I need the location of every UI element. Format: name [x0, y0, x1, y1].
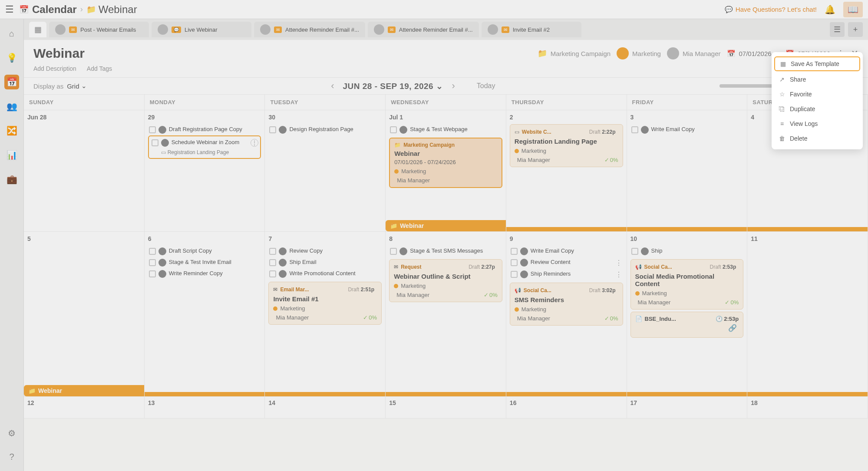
- checkbox[interactable]: [149, 248, 156, 255]
- menu-save-template[interactable]: ▦Save As Template: [774, 56, 860, 71]
- checkbox[interactable]: [390, 248, 397, 255]
- task-row[interactable]: Schedule Webinar in Zoom ⋮ ▭Registration…: [148, 135, 261, 159]
- shuffle-icon[interactable]: 🔀: [4, 123, 19, 138]
- menu-favorite[interactable]: ☆Favorite: [772, 87, 863, 102]
- task-row[interactable]: Draft Registration Page Copy: [148, 124, 261, 135]
- list-icon[interactable]: ☰: [830, 22, 845, 37]
- checkbox[interactable]: [631, 248, 638, 255]
- hamburger-icon[interactable]: ☰: [5, 4, 14, 15]
- task-card[interactable]: 📢Social Ca...Draft 3:02p SMS Reminders M…: [510, 283, 623, 326]
- checkbox[interactable]: [149, 259, 156, 266]
- day-cell[interactable]: 3 Write Email Copy: [627, 110, 748, 232]
- checkbox[interactable]: [152, 139, 158, 146]
- team-pill[interactable]: Marketing: [617, 47, 661, 59]
- checkbox[interactable]: [149, 270, 156, 277]
- bulb-icon[interactable]: 💡: [4, 50, 19, 65]
- checkbox[interactable]: [269, 248, 276, 255]
- task-row[interactable]: Review Copy: [268, 246, 382, 257]
- day-cell[interactable]: Jun 28: [24, 110, 145, 232]
- add-description-link[interactable]: Add Description: [33, 65, 76, 72]
- add-tab-icon[interactable]: +: [848, 22, 863, 37]
- more-icon[interactable]: ⋮: [251, 139, 258, 147]
- day-cell[interactable]: 9 Write Email Copy Review Content⋮ Ship …: [506, 232, 627, 397]
- task-row[interactable]: Stage & Test SMS Messages: [389, 246, 502, 257]
- next-arrow-icon[interactable]: ›: [452, 80, 455, 92]
- webinar-strip[interactable]: [506, 227, 627, 231]
- webinar-strip[interactable]: [747, 392, 868, 396]
- webinar-strip[interactable]: [627, 392, 747, 396]
- breadcrumb-main[interactable]: Calendar: [32, 3, 77, 16]
- checkbox[interactable]: [269, 126, 276, 133]
- analytics-icon[interactable]: 📊: [4, 148, 19, 162]
- breadcrumb-sub[interactable]: Webinar: [99, 3, 137, 16]
- task-row[interactable]: Ship: [630, 246, 744, 257]
- webinar-strip[interactable]: 📁Webinar: [386, 220, 506, 231]
- task-row[interactable]: Stage & Test Webpage: [389, 124, 502, 135]
- checkbox[interactable]: [149, 126, 156, 133]
- task-row[interactable]: Write Promotional Content: [268, 268, 382, 280]
- people-icon[interactable]: 👥: [4, 99, 19, 114]
- campaign-pill[interactable]: 📁Marketing Campaign: [538, 49, 611, 58]
- webinar-strip[interactable]: [506, 392, 627, 396]
- day-cell[interactable]: 16: [506, 397, 627, 418]
- tab-calendar-icon[interactable]: ▦: [29, 22, 46, 37]
- campaign-card[interactable]: 📁Marketing Campaign Webinar 07/01/2026 -…: [389, 138, 502, 188]
- tab-0[interactable]: ✉Post - Webinar Emails: [49, 22, 149, 37]
- day-cell[interactable]: 17: [627, 397, 748, 418]
- task-row[interactable]: Draft Script Copy: [148, 246, 261, 257]
- help-icon[interactable]: ?: [4, 449, 19, 464]
- day-cell[interactable]: 11: [747, 232, 868, 397]
- task-row[interactable]: Ship Reminders⋮: [510, 269, 623, 280]
- bell-icon[interactable]: 🔔: [825, 4, 835, 15]
- date-start[interactable]: 📅07/01/2026: [727, 49, 772, 58]
- checkbox[interactable]: [390, 126, 397, 133]
- checkbox[interactable]: [511, 259, 518, 266]
- day-cell[interactable]: 30 Design Registration Page: [265, 110, 386, 232]
- prev-arrow-icon[interactable]: ‹: [331, 80, 334, 92]
- checkbox[interactable]: [269, 259, 276, 266]
- checkbox[interactable]: [511, 248, 518, 255]
- calendar-nav-icon[interactable]: 📅: [4, 75, 19, 89]
- day-cell[interactable]: 12: [24, 397, 145, 418]
- display-value[interactable]: Grid ⌄: [67, 82, 86, 90]
- day-cell[interactable]: 15: [386, 397, 506, 418]
- task-row[interactable]: Write Email Copy: [630, 124, 744, 135]
- home-icon[interactable]: ⌂: [4, 26, 19, 41]
- task-row[interactable]: Review Content⋮: [510, 257, 623, 269]
- webinar-strip[interactable]: [386, 392, 506, 396]
- day-cell[interactable]: Jul 1 Stage & Test Webpage 📁Marketing Ca…: [386, 110, 506, 232]
- day-cell[interactable]: 29 Draft Registration Page Copy Schedule…: [145, 110, 265, 232]
- tab-3[interactable]: ✉Attendee Reminder Email #...: [368, 22, 479, 37]
- task-row[interactable]: Write Email Copy: [510, 246, 623, 257]
- day-cell[interactable]: 8 Stage & Test SMS Messages ✉RequestDraf…: [386, 232, 506, 397]
- day-cell[interactable]: 5 📁Webinar: [24, 232, 145, 397]
- checkbox[interactable]: [631, 126, 638, 133]
- settings-icon[interactable]: ⚙: [4, 426, 19, 441]
- tab-4[interactable]: ✉Invite Email #2: [482, 22, 581, 37]
- checkbox[interactable]: [511, 271, 518, 278]
- webinar-strip[interactable]: [145, 392, 265, 396]
- task-card[interactable]: 📢Social Ca...Draft 2:53p Social Media Pr…: [630, 259, 744, 310]
- checkbox[interactable]: [269, 270, 276, 277]
- menu-duplicate[interactable]: ⿻Duplicate: [772, 102, 863, 116]
- tab-1[interactable]: 💬Live Webinar: [152, 22, 251, 37]
- menu-share[interactable]: ↗Share: [772, 72, 863, 87]
- day-cell[interactable]: 6 Draft Script Copy Stage & Test Invite …: [145, 232, 265, 397]
- task-row[interactable]: Design Registration Page: [268, 124, 382, 135]
- book-icon[interactable]: 📖: [843, 2, 863, 17]
- more-icon[interactable]: ⋮: [615, 270, 622, 279]
- webinar-strip[interactable]: [627, 227, 747, 231]
- webinar-strip[interactable]: [265, 392, 385, 396]
- day-cell[interactable]: 14: [265, 397, 386, 418]
- task-row[interactable]: Write Reminder Copy: [148, 268, 261, 280]
- task-row[interactable]: Stage & Test Invite Email: [148, 257, 261, 268]
- today-link[interactable]: Today: [477, 82, 495, 90]
- owner-pill[interactable]: Mia Manager: [667, 47, 721, 59]
- briefcase-icon[interactable]: 💼: [4, 172, 19, 187]
- task-card[interactable]: ✉RequestDraft 2:27p Webinar Outline & Sc…: [389, 259, 502, 302]
- day-cell[interactable]: 10 Ship 📢Social Ca...Draft 2:53p Social …: [627, 232, 748, 397]
- tab-2[interactable]: ✉Attendee Reminder Email #...: [254, 22, 365, 37]
- chat-link[interactable]: 💬 Have Questions? Let's chat!: [725, 6, 817, 13]
- task-card[interactable]: 📄BSE_Indu...🕐 2:53p 🔗: [630, 312, 744, 338]
- menu-view-logs[interactable]: ≡View Logs: [772, 116, 863, 131]
